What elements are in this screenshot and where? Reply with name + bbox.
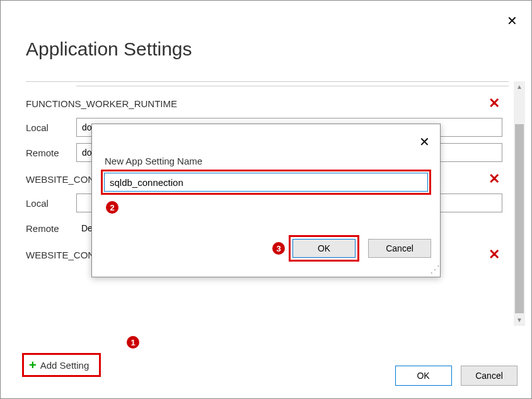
remote-label: Remote <box>26 147 76 158</box>
dialog-cancel-button[interactable]: Cancel <box>368 239 431 258</box>
close-icon[interactable]: ✕ <box>507 13 518 28</box>
setting-name: WEBSITE_CON <box>26 174 95 185</box>
scroll-thumb[interactable] <box>515 124 524 313</box>
callout-badge-3: 3 <box>272 242 285 255</box>
delete-setting-icon[interactable]: ✕ <box>489 95 502 112</box>
local-label: Local <box>26 198 76 209</box>
scrollbar[interactable]: ▲ ▼ <box>514 81 525 326</box>
footer: + Add Setting OK Cancel <box>20 353 518 386</box>
setting-name: FUNCTIONS_WORKER_RUNTIME <box>26 98 177 109</box>
ok-button[interactable]: OK <box>395 366 452 386</box>
delete-setting-icon[interactable]: ✕ <box>489 171 502 187</box>
dialog-label: New App Setting Name <box>105 156 202 166</box>
callout-badge-2: 2 <box>106 201 119 214</box>
scroll-down-icon[interactable]: ▼ <box>514 315 525 326</box>
dialog-input-highlight <box>101 170 431 195</box>
dialog-close-icon[interactable]: ✕ <box>419 134 430 149</box>
local-label: Local <box>26 122 76 133</box>
delete-setting-icon[interactable]: ✕ <box>489 246 502 263</box>
remote-label: Remote <box>26 223 76 234</box>
add-setting-button[interactable]: + Add Setting <box>22 353 101 377</box>
page-title: Application Settings <box>1 1 531 67</box>
callout-badge-1: 1 <box>127 336 139 349</box>
new-setting-dialog: ✕ New App Setting Name 2 3 OK Cancel ⋰ <box>91 124 441 277</box>
dialog-ok-button[interactable]: OK <box>292 239 356 258</box>
setting-name-input[interactable] <box>104 173 428 192</box>
scroll-up-icon[interactable]: ▲ <box>514 81 525 93</box>
plus-icon: + <box>29 359 37 371</box>
resize-grip-icon[interactable]: ⋰ <box>430 267 439 275</box>
add-setting-label: Add Setting <box>40 360 90 371</box>
dialog-ok-highlight: OK <box>289 235 359 262</box>
cancel-button[interactable]: Cancel <box>461 366 518 386</box>
